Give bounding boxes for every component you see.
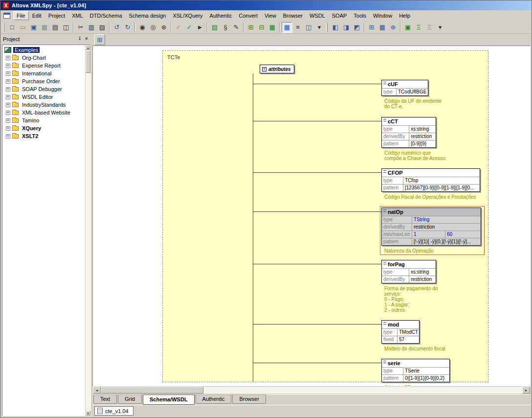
toolbar-grip[interactable] (326, 23, 328, 32)
scrollbar-thumb[interactable] (101, 387, 203, 394)
project-scrollbar[interactable]: ▲ ▼ (85, 45, 90, 416)
zoom-button[interactable]: ⊕ (388, 22, 399, 33)
document-window-icon[interactable] (3, 13, 10, 19)
project-item-tamino[interactable]: + Tamino (2, 116, 90, 124)
find-button[interactable]: ◉ (137, 22, 148, 33)
schema-overview-button[interactable]: ⊞ (94, 34, 105, 45)
print-preview-button[interactable]: ◫ (61, 22, 71, 33)
close-icon[interactable]: ✕ (83, 36, 90, 43)
show-annotations-button[interactable]: ◨ (341, 22, 352, 33)
menu-project[interactable]: Project (45, 11, 68, 20)
redo-button[interactable]: ↻ (122, 22, 133, 33)
attributes-box[interactable]: + attributes (260, 65, 294, 73)
scroll-left-icon[interactable]: ◄ (93, 387, 101, 394)
menu-tools[interactable]: Tools (350, 11, 370, 20)
project-panel-header[interactable]: Project ↧ ✕ (1, 35, 91, 44)
expand-icon[interactable]: + (6, 71, 10, 76)
project-item-international[interactable]: + International (2, 70, 90, 77)
title-bar[interactable]: X Altova XMLSpy - [cte_v1.04] (0, 0, 532, 10)
text-view-button[interactable]: ≡ (292, 22, 303, 33)
display-as-table-button[interactable]: ▦ (267, 22, 278, 33)
project-item-xquery[interactable]: + XQuery (2, 124, 90, 132)
menu-dtd-schema[interactable]: DTD/Schema (87, 11, 126, 20)
expand-icon[interactable]: + (262, 67, 266, 71)
expand-icon[interactable]: + (6, 56, 10, 60)
pin-icon[interactable]: ↧ (76, 36, 83, 43)
scroll-down-icon[interactable]: ▼ (86, 411, 90, 416)
copy-button[interactable]: ▥ (86, 22, 97, 33)
facet-value[interactable]: 1 (412, 231, 445, 238)
menu-file[interactable]: File (13, 11, 29, 20)
generate-documentation-button[interactable]: ▦ (377, 22, 388, 33)
save-file-button[interactable]: ▣ (28, 22, 39, 33)
append-table-row-button[interactable]: ⊟ (256, 22, 267, 33)
toolbar-options-button-2[interactable]: ▾ (435, 22, 445, 33)
insert-table-row-button[interactable]: ⊞ (245, 22, 256, 33)
show-attributes-button[interactable]: ◧ (330, 22, 341, 33)
import-database-button[interactable]: Ξ (413, 22, 424, 33)
facet-value[interactable]: 60 (445, 231, 481, 238)
spell-check-button[interactable]: ✎ (231, 22, 242, 33)
tab-schema-wsdl[interactable]: Schema/WSDL (143, 395, 195, 405)
menu-edit[interactable]: Edit (29, 11, 45, 20)
tab-authentic[interactable]: Authentic (196, 395, 232, 404)
project-item-expense-report[interactable]: + Expense Report (2, 62, 90, 70)
tab-text[interactable]: Text (93, 395, 117, 404)
schema-display-configuration-button[interactable]: ⊞ (366, 22, 377, 33)
scroll-right-icon[interactable]: ► (522, 387, 530, 394)
schema-element-cct[interactable]: cCT type xs:string derivedBy restriction… (381, 117, 436, 148)
paste-button[interactable]: ▨ (97, 22, 108, 33)
schema-element-serie[interactable]: serie type TSerie pattern 0|[1-9]{1}[0-9… (381, 359, 450, 382)
show-compositors-button[interactable]: ◩ (352, 22, 362, 33)
scroll-up-icon[interactable]: ▲ (86, 45, 90, 50)
cut-button[interactable]: ✂ (75, 22, 86, 33)
project-item-purchase-order[interactable]: + Purchase Order (2, 77, 90, 85)
expand-icon[interactable]: + (6, 79, 10, 84)
find-next-button[interactable]: ◎ (148, 22, 158, 33)
encoding-button[interactable]: § (220, 22, 231, 33)
undo-button[interactable]: ↺ (111, 22, 122, 33)
toolbar-grip[interactable] (3, 23, 4, 32)
save-all-button[interactable]: ▦ (39, 22, 50, 33)
menu-browser[interactable]: Browser (280, 11, 306, 20)
project-root-examples[interactable]: Examples (2, 46, 90, 54)
expand-icon[interactable]: + (6, 118, 10, 123)
schema-element-forpag[interactable]: forPag type xs:string derivedBy restrict… (381, 260, 436, 283)
project-item-wsdl-editor[interactable]: + WSDL Editor (2, 93, 90, 101)
insert-schema-element-button[interactable]: ▣ (402, 22, 413, 33)
menu-schema-design[interactable]: Schema design (126, 11, 170, 20)
scrollbar-thumb[interactable] (86, 50, 90, 73)
project-item-soap-debugger[interactable]: + SOAP Debugger (2, 85, 90, 93)
new-document-button[interactable]: □ (7, 22, 18, 33)
enhanced-grid-view-button[interactable]: ▦ (282, 22, 292, 33)
expand-icon[interactable]: + (6, 87, 10, 92)
menu-help[interactable]: Help (396, 11, 414, 20)
menu-xsl-xquery[interactable]: XSL/XQuery (169, 11, 206, 20)
project-item-industrystandards[interactable]: + IndustryStandards (2, 101, 90, 109)
project-item-xslt2[interactable]: + XSLT2 (2, 132, 90, 140)
file-tab-cte-v1-04[interactable]: cte_v1.04 (94, 406, 133, 416)
schema-canvas[interactable]: TCTe + attributes cUF type TC (92, 46, 531, 386)
schema-design-view-button[interactable]: ◫ (303, 22, 314, 33)
export-database-button[interactable]: Ξ (424, 22, 435, 33)
xsl-transformation-button[interactable]: ► (195, 22, 205, 33)
tab-browser[interactable]: Browser (232, 395, 266, 404)
menu-soap[interactable]: SOAP (329, 11, 351, 20)
facet-value[interactable]: TString (412, 216, 481, 223)
open-file-button[interactable]: ▭ (18, 22, 28, 33)
replace-button[interactable]: ⊕ (158, 22, 169, 33)
check-well-formed-button[interactable]: ✓ (173, 22, 184, 33)
menu-wsdl[interactable]: WSDL (306, 11, 329, 20)
print-button[interactable]: ▤ (50, 22, 61, 33)
expand-icon[interactable]: + (6, 111, 10, 115)
expand-icon[interactable]: + (6, 95, 10, 99)
toolbar-options-button[interactable]: ▾ (314, 22, 325, 33)
schema-element-mod[interactable]: mod type TModCT fixed 57 (381, 320, 420, 344)
menu-xml[interactable]: XML (68, 11, 87, 20)
menu-convert[interactable]: Convert (235, 11, 261, 20)
expand-icon[interactable]: + (6, 103, 10, 107)
menu-window[interactable]: Window (370, 11, 396, 20)
project-item-xml-based-website[interactable]: + XML-based Website (2, 109, 90, 116)
expand-icon[interactable]: + (6, 126, 10, 131)
horizontal-scrollbar[interactable]: ◄ ► (92, 386, 531, 394)
